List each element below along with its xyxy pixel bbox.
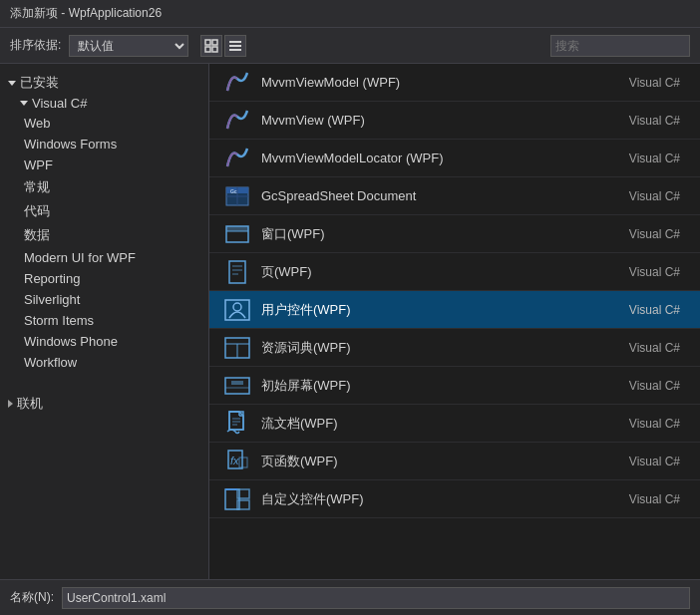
visual-csharp-section: Visual C# Web Windows Forms WPF 常规 代码 数据… <box>0 94 208 373</box>
item-row[interactable]: 自定义控件(WPF)Visual C# <box>209 480 700 518</box>
item-category: Visual C# <box>629 227 680 241</box>
item-name: 用户控件(WPF) <box>261 301 629 319</box>
svg-rect-2 <box>205 47 210 52</box>
visual-csharp-header[interactable]: Visual C# <box>0 94 208 113</box>
sidebar-item-reporting[interactable]: Reporting <box>0 268 208 289</box>
item-row[interactable]: 流文档(WPF)Visual C# <box>209 405 700 443</box>
svg-rect-13 <box>226 226 248 231</box>
svg-rect-6 <box>229 49 241 51</box>
item-row[interactable]: MvvmViewModelLocator (WPF)Visual C# <box>209 140 700 177</box>
svg-rect-4 <box>229 41 241 43</box>
svg-point-20 <box>233 303 241 311</box>
item-name: 资源词典(WPF) <box>261 339 629 357</box>
svg-text:fx: fx <box>230 455 239 466</box>
item-name: 自定义控件(WPF) <box>261 490 629 508</box>
sidebar-item-wpf[interactable]: WPF <box>0 154 208 175</box>
sidebar-item-web[interactable]: Web <box>0 113 208 134</box>
sidebar-item-modern-ui[interactable]: Modern UI for WPF <box>0 247 208 268</box>
item-row[interactable]: MvvmViewModel (WPF)Visual C# <box>209 64 700 102</box>
item-name: MvvmView (WPF) <box>261 113 629 128</box>
item-name: MvvmViewModelLocator (WPF) <box>261 151 629 165</box>
item-list: MvvmViewModel (WPF)Visual C#MvvmView (WP… <box>209 64 700 518</box>
name-label: 名称(N): <box>10 589 54 606</box>
item-category: Visual C# <box>629 455 680 468</box>
svg-rect-1 <box>212 40 217 45</box>
item-icon: fx <box>221 446 253 477</box>
item-row[interactable]: Gc GcSpreadSheet DocumentVisual C# <box>209 177 700 215</box>
item-row[interactable]: fx 页函数(WPF)Visual C# <box>209 443 700 480</box>
item-icon <box>221 256 253 288</box>
search-input[interactable] <box>550 35 690 57</box>
bottom-bar: 名称(N): <box>0 579 700 615</box>
item-icon <box>221 218 253 250</box>
sidebar-online: 联机 <box>0 389 208 419</box>
item-row[interactable]: MvvmView (WPF)Visual C# <box>209 102 700 140</box>
list-icon <box>228 39 242 53</box>
svg-rect-36 <box>239 458 247 467</box>
visual-csharp-label: Visual C# <box>32 96 87 111</box>
item-category: Visual C# <box>629 152 680 165</box>
online-header[interactable]: 联机 <box>8 393 200 415</box>
item-icon <box>221 294 253 326</box>
list-view-button[interactable] <box>224 35 246 57</box>
sidebar-item-storm-items[interactable]: Storm Items <box>0 310 208 331</box>
title-bar: 添加新项 - WpfApplication26 <box>0 0 700 28</box>
item-name: 页(WPF) <box>261 263 629 281</box>
item-category: Visual C# <box>629 76 680 90</box>
svg-text:Gc: Gc <box>230 188 237 194</box>
view-icons <box>200 35 246 57</box>
sidebar-item-workflow[interactable]: Workflow <box>0 352 208 373</box>
item-name: 流文档(WPF) <box>261 415 629 433</box>
item-name: 窗口(WPF) <box>261 225 629 243</box>
item-name: 页函数(WPF) <box>261 453 629 470</box>
item-category: Visual C# <box>629 189 680 203</box>
item-name: MvvmViewModel (WPF) <box>261 75 629 90</box>
item-row[interactable]: 页(WPF)Visual C# <box>209 253 700 291</box>
sidebar-item-data[interactable]: 数据 <box>0 223 208 247</box>
content-area: 已安装 Visual C# Web Windows Forms WPF 常规 代… <box>0 64 700 579</box>
item-category: Visual C# <box>629 417 680 431</box>
sort-select[interactable]: 默认值 <box>69 35 188 57</box>
grid-icon <box>204 39 218 53</box>
item-name: 初始屏幕(WPF) <box>261 377 629 395</box>
item-icon <box>221 67 253 99</box>
item-row[interactable]: 资源词典(WPF)Visual C# <box>209 329 700 367</box>
svg-rect-24 <box>225 378 249 394</box>
item-category: Visual C# <box>629 303 680 317</box>
sidebar-item-silverlight[interactable]: Silverlight <box>0 289 208 310</box>
name-input[interactable] <box>62 587 690 609</box>
toolbar: 排序依据: 默认值 <box>0 28 700 64</box>
item-category: Visual C# <box>629 341 680 355</box>
installed-label: 已安装 <box>20 74 59 92</box>
svg-rect-26 <box>231 381 243 385</box>
item-icon <box>221 143 253 174</box>
online-label: 联机 <box>17 395 43 413</box>
item-category: Visual C# <box>629 265 680 279</box>
sort-label: 排序依据: <box>10 37 61 54</box>
sidebar-item-general[interactable]: 常规 <box>0 175 208 199</box>
item-row[interactable]: 用户控件(WPF)Visual C# <box>209 291 700 329</box>
item-category: Visual C# <box>629 379 680 393</box>
item-name: GcSpreadSheet Document <box>261 188 629 203</box>
installed-header[interactable]: 已安装 <box>0 72 208 94</box>
sidebar-item-windows-phone[interactable]: Windows Phone <box>0 331 208 352</box>
item-row[interactable]: 初始屏幕(WPF)Visual C# <box>209 367 700 405</box>
svg-rect-3 <box>212 47 217 52</box>
sidebar: 已安装 Visual C# Web Windows Forms WPF 常规 代… <box>0 64 209 579</box>
item-category: Visual C# <box>629 114 680 128</box>
item-icon <box>221 370 253 402</box>
installed-triangle <box>8 81 16 86</box>
svg-rect-5 <box>229 45 241 47</box>
title-bar-text: 添加新项 - WpfApplication26 <box>10 5 162 22</box>
item-icon <box>221 105 253 137</box>
svg-rect-15 <box>229 261 245 283</box>
item-icon <box>221 332 253 364</box>
sidebar-item-code[interactable]: 代码 <box>0 199 208 223</box>
item-icon <box>221 408 253 440</box>
main-content: MvvmViewModel (WPF)Visual C#MvvmView (WP… <box>209 64 700 579</box>
sidebar-item-windows-forms[interactable]: Windows Forms <box>0 134 208 154</box>
main-container: 排序依据: 默认值 <box>0 28 700 615</box>
item-row[interactable]: 窗口(WPF)Visual C# <box>209 215 700 253</box>
grid-view-button[interactable] <box>200 35 222 57</box>
online-triangle <box>8 400 13 408</box>
